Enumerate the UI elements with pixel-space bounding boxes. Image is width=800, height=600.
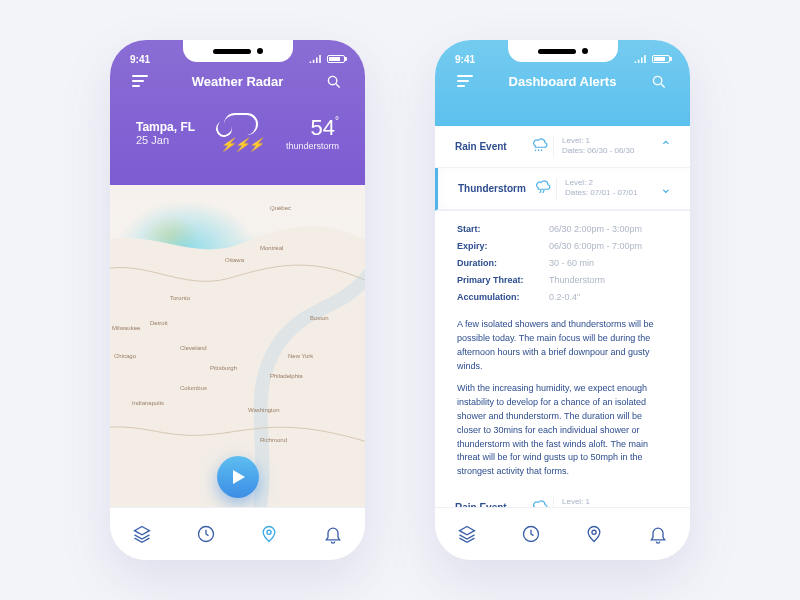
detail-key: Primary Threat:: [457, 272, 535, 289]
page-title: Dashboard Alerts: [509, 74, 617, 89]
condition: thunderstorm: [286, 141, 339, 151]
tab-history[interactable]: [521, 524, 541, 544]
notch: [508, 40, 618, 62]
map-label: Boston: [310, 315, 329, 321]
alert-row-rain[interactable]: Rain Event Level: 1 Dates: 06/30 - 06/30…: [435, 126, 690, 168]
alerts-screen: 9:41 Dashboard Alerts Rain Event Level: …: [435, 40, 690, 560]
location-block: Tampa, FL 25 Jan: [136, 120, 195, 146]
map-label: Washington: [248, 407, 279, 413]
alert-dates: Dates: 06/30 - 06/30: [562, 146, 660, 156]
detail-key: Duration:: [457, 255, 535, 272]
menu-icon[interactable]: [457, 75, 475, 89]
svg-point-3: [267, 530, 271, 534]
map-label: Pittsburgh: [210, 365, 237, 371]
detail-key: Expiry:: [457, 238, 535, 255]
map-label: New York: [288, 353, 313, 359]
map-label: Ottawa: [225, 257, 244, 263]
rain-icon: [525, 499, 553, 508]
detail-val: 06/30 6:00pm - 7:00pm: [549, 238, 642, 255]
map-label: Montréal: [260, 245, 283, 251]
thunderstorm-icon: [528, 179, 556, 197]
tab-alerts[interactable]: [648, 524, 668, 544]
tab-location[interactable]: [259, 524, 279, 544]
tab-location[interactable]: [584, 524, 604, 544]
detail-val: 0.2-0.4": [549, 289, 580, 306]
status-time: 9:41: [130, 54, 150, 65]
location-date: 25 Jan: [136, 134, 195, 146]
notch: [183, 40, 293, 62]
page-title: Weather Radar: [192, 74, 284, 89]
svg-line-5: [661, 84, 665, 88]
alert-details: Start:06/30 2:00pm - 3:00pm Expiry:06/30…: [435, 211, 690, 310]
signal-icon: [309, 55, 323, 63]
alert-paragraph: A few isolated showers and thunderstorms…: [435, 310, 690, 374]
map-label: Cleveland: [180, 345, 207, 351]
temp-block: 54° thunderstorm: [286, 115, 339, 151]
alert-paragraph: With the increasing humidity, we expect …: [435, 374, 690, 480]
alert-name: Rain Event: [455, 141, 525, 152]
map-label: Toronto: [170, 295, 190, 301]
alert-level: Level: 1: [562, 497, 660, 507]
tab-layers[interactable]: [457, 524, 477, 544]
alert-level: Level: 2: [565, 178, 660, 188]
svg-point-0: [328, 76, 336, 84]
search-icon[interactable]: [325, 75, 343, 89]
battery-icon: [652, 55, 670, 63]
rain-icon: [525, 137, 553, 155]
location-name: Tampa, FL: [136, 120, 195, 134]
map-label: Columbus: [180, 385, 207, 391]
map-label: Detroit: [150, 320, 168, 326]
battery-icon: [327, 55, 345, 63]
map-label: Québec: [270, 205, 291, 211]
detail-val: Thunderstorm: [549, 272, 605, 289]
svg-point-4: [653, 76, 661, 84]
radar-screen: 9:41 Weather Radar Tampa, FL 25 Jan ⚡⚡⚡ …: [110, 40, 365, 560]
map-label: Chicago: [114, 353, 136, 359]
alert-row-thunderstorm[interactable]: Thunderstorm Level: 2 Dates: 07/01 - 07/…: [435, 168, 690, 211]
chevron-down-icon: ⌄: [660, 180, 672, 196]
tab-bar: [435, 508, 690, 560]
weather-icon: ⚡⚡⚡: [220, 113, 262, 152]
detail-val: 30 - 60 min: [549, 255, 594, 272]
svg-line-1: [336, 84, 340, 88]
map-label: Indianapolis: [132, 400, 164, 406]
chevron-down-icon: ⌄: [660, 500, 672, 508]
tab-layers[interactable]: [132, 524, 152, 544]
map-label: Richmond: [260, 437, 287, 443]
alert-name: Thunderstorm: [458, 183, 528, 194]
detail-val: 06/30 2:00pm - 3:00pm: [549, 221, 642, 238]
detail-key: Accumulation:: [457, 289, 535, 306]
tab-bar: [110, 508, 365, 560]
alerts-body: Rain Event Level: 1 Dates: 06/30 - 06/30…: [435, 126, 690, 508]
signal-icon: [634, 55, 648, 63]
svg-point-7: [592, 530, 596, 534]
search-icon[interactable]: [650, 75, 668, 89]
status-time: 9:41: [455, 54, 475, 65]
chevron-up-icon: ⌃: [660, 138, 672, 154]
alert-row-rain[interactable]: Rain Event Level: 1 Dates: 06/30 - 06/30…: [435, 487, 690, 508]
alert-level: Level: 1: [562, 136, 660, 146]
detail-key: Start:: [457, 221, 535, 238]
alert-dates: Dates: 07/01 - 07/01: [565, 188, 660, 198]
tab-history[interactable]: [196, 524, 216, 544]
tab-alerts[interactable]: [323, 524, 343, 544]
map-label: Milwaukee: [112, 325, 140, 331]
menu-icon[interactable]: [132, 75, 150, 89]
play-button[interactable]: [217, 456, 259, 498]
map-label: Philadelphia: [270, 373, 303, 379]
temperature: 54: [311, 115, 335, 140]
